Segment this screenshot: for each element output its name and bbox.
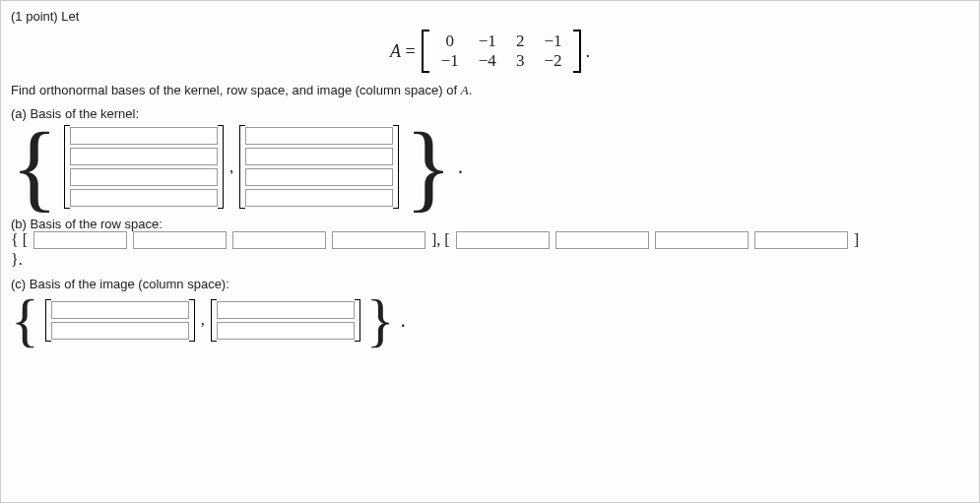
kernel-v2-c1[interactable] [245,127,393,145]
brace-close-icon: } [366,295,395,345]
matrix-cell: −4 [469,51,506,71]
row-v2-c4[interactable] [754,231,848,249]
brace-close-icon: } [405,128,452,207]
kernel-v1-c4[interactable] [70,189,218,207]
matrix-A: 0 −1 2 −1 −1 −4 3 −2 [422,30,582,73]
row-v1-c3[interactable] [232,231,326,249]
set-mid: ], [ [431,231,450,249]
kernel-v2-c2[interactable] [245,148,393,165]
set-close-bracket: ] [854,231,859,249]
row-v2-c1[interactable] [456,231,550,249]
kernel-v1-c1[interactable] [70,127,218,145]
row-v2-c2[interactable] [555,231,649,249]
part-a-label: (a) Basis of the kernel: [11,106,969,121]
image-vector-1 [45,299,195,342]
period: . [401,309,406,332]
brace-open-icon: { [11,128,58,207]
matrix-equation: A = 0 −1 2 −1 −1 −4 3 −2 . [11,30,969,73]
matrix-cell: −1 [431,51,469,71]
image-basis-set: { , } . [11,295,969,345]
rowspace-basis-set: { [ ], [ ] [11,231,969,249]
problem-page: (1 point) Let A = 0 −1 2 −1 −1 −4 3 −2 . [0,0,980,503]
matrix-cell: 3 [506,51,535,71]
kernel-v2-c4[interactable] [245,189,393,207]
comma-sep: , [229,158,233,176]
set-close-brace: }. [11,251,969,269]
row-v1-c4[interactable] [332,231,425,249]
img-v2-c2[interactable] [217,322,355,340]
brace-open-icon: { [11,295,39,345]
matrix-cell: −1 [534,31,571,51]
kernel-v1-c3[interactable] [70,168,218,186]
kernel-v2-c3[interactable] [245,168,393,186]
kernel-v1-c2[interactable] [70,148,218,165]
kernel-basis-set: { , } . [11,125,969,209]
instruction-text: Find orthonormal bases of the kernel, ro… [11,83,969,98]
img-v1-c1[interactable] [51,301,189,319]
matrix-cell: 2 [506,31,535,51]
matrix-cell: −2 [534,51,571,71]
row-v2-c3[interactable] [655,231,749,249]
image-vector-2 [211,299,360,342]
img-v2-c1[interactable] [217,301,355,319]
row-v1-c2[interactable] [133,231,227,249]
kernel-vector-1 [64,125,224,209]
matrix-cell: −1 [469,31,506,51]
part-b-label: (b) Basis of the row space: [11,217,969,231]
set-open: { [ [11,231,28,249]
period: . [458,156,463,178]
points-header: (1 point) Let [11,9,969,24]
kernel-vector-2 [239,125,399,209]
part-c-label: (c) Basis of the image (column space): [11,277,969,291]
row-v1-c1[interactable] [33,231,127,249]
matrix-cell: 0 [431,31,469,51]
matrix-suffix: . [585,41,590,62]
comma-sep: , [201,311,205,329]
img-v1-c2[interactable] [51,322,189,340]
